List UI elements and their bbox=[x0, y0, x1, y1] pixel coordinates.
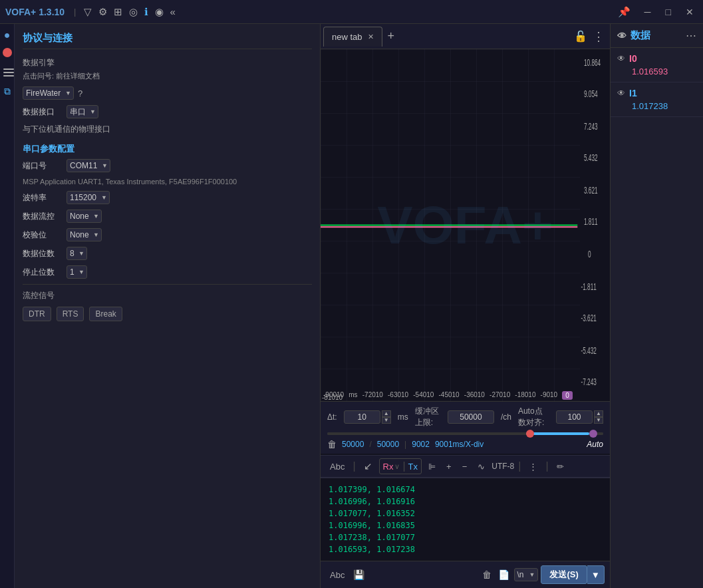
auto-down[interactable]: ▼ bbox=[594, 417, 603, 424]
window-controls: 📌 ─ □ ✕ bbox=[615, 5, 698, 19]
icon-triangle[interactable]: ▽ bbox=[84, 6, 92, 18]
newline-arrow-icon[interactable]: ▼ bbox=[527, 570, 538, 579]
help-button[interactable]: ? bbox=[78, 88, 82, 98]
newline-select-wrap[interactable]: \n ▼ bbox=[514, 568, 539, 581]
more-button[interactable]: ⋮ bbox=[525, 460, 541, 474]
stats-slash: / bbox=[369, 440, 371, 449]
right-more-button[interactable]: ⋯ bbox=[686, 29, 696, 42]
format-button[interactable]: ⊫ bbox=[424, 460, 440, 474]
slider-thumb-purple[interactable] bbox=[589, 430, 597, 438]
divider bbox=[23, 284, 312, 285]
console-line-4: 1.017238, 1.017077 bbox=[329, 531, 602, 543]
data-item-0-header: 👁 I0 bbox=[617, 53, 696, 64]
sidebar-icon-layers[interactable]: ⧉ bbox=[1, 86, 14, 97]
console-area[interactable]: 1.017399, 1.016674 1.016996, 1.016916 1.… bbox=[321, 478, 610, 561]
slider-thumb-red[interactable] bbox=[526, 430, 534, 438]
tx-label[interactable]: Tx bbox=[408, 462, 418, 472]
tab-close-button[interactable]: ✕ bbox=[368, 33, 374, 41]
icon-chevrons-left[interactable]: « bbox=[170, 6, 176, 17]
delta-t-spinners: ▲ ▼ bbox=[382, 410, 391, 424]
sidebar-icon-connect[interactable]: ● bbox=[1, 29, 14, 41]
stats-left: 50000 bbox=[342, 440, 364, 449]
input-clear-button[interactable]: 🗑 bbox=[480, 567, 493, 582]
input-file-button[interactable]: 📄 bbox=[496, 567, 511, 582]
auto-input[interactable] bbox=[556, 410, 593, 424]
tab-add-button[interactable]: + bbox=[388, 29, 395, 43]
send-button[interactable]: 发送(S) bbox=[541, 565, 587, 584]
data-interface-select[interactable]: 串口 bbox=[67, 105, 98, 118]
tab-more-icon[interactable]: ⋮ bbox=[593, 29, 605, 44]
icon-target[interactable]: ◎ bbox=[129, 6, 138, 18]
auto-input-wrap: ▲ ▼ bbox=[556, 410, 603, 424]
plus-button[interactable]: + bbox=[442, 460, 456, 474]
delta-t-down[interactable]: ▼ bbox=[382, 417, 391, 424]
sidebar: 协议与连接 数据引擎 点击问号: 前往详细文档 FireWater ? 数据接口… bbox=[15, 24, 321, 588]
tab-new-tab[interactable]: new tab ✕ bbox=[323, 27, 382, 47]
data-interface-select-wrap[interactable]: 串口 bbox=[67, 105, 98, 118]
data-engine-select[interactable]: FireWater bbox=[23, 86, 74, 100]
data-id-1: I1 bbox=[629, 88, 637, 98]
abc-button[interactable]: Abc bbox=[326, 460, 349, 474]
databits-label: 数据位数 bbox=[23, 248, 63, 259]
baud-select[interactable]: 115200 bbox=[67, 191, 110, 204]
eye-icon[interactable]: 👁 bbox=[617, 31, 627, 41]
stopbits-select[interactable]: 1 bbox=[67, 265, 87, 279]
main-layout: ● ⧉ 协议与连接 数据引擎 点击问号: 前往详细文档 FireWater ? bbox=[0, 24, 703, 588]
rx-label[interactable]: Rx bbox=[383, 462, 394, 472]
clear-button[interactable]: ✏ bbox=[553, 460, 568, 474]
delta-t-up[interactable]: ▲ bbox=[382, 410, 391, 417]
port-label: 端口号 bbox=[23, 160, 63, 172]
baud-select-wrap[interactable]: 115200 bbox=[67, 191, 110, 204]
data-interface-hint: 与下位机通信的物理接口 bbox=[23, 124, 312, 135]
delta-t-input[interactable] bbox=[344, 410, 380, 424]
icon-info[interactable]: ℹ bbox=[144, 6, 148, 18]
port-select[interactable]: COM11 bbox=[67, 159, 110, 172]
input-abc-button[interactable]: Abc bbox=[326, 568, 349, 582]
rts-button[interactable]: RTS bbox=[57, 307, 84, 321]
parity-select-wrap[interactable]: None bbox=[67, 228, 102, 241]
icon-fingerprint[interactable]: ◉ bbox=[155, 6, 164, 18]
icon-grid[interactable]: ⊞ bbox=[114, 6, 122, 18]
data-value-0: 1.016593 bbox=[617, 67, 696, 76]
auto-up[interactable]: ▲ bbox=[594, 410, 603, 417]
x-label-ms: ms bbox=[349, 391, 357, 400]
icon-wrench[interactable]: ⚙ bbox=[98, 6, 107, 18]
port-select-wrap[interactable]: COM11 bbox=[67, 159, 110, 172]
databits-select[interactable]: 8 bbox=[67, 247, 87, 260]
sidebar-icon-record[interactable] bbox=[1, 48, 14, 59]
slider-track[interactable] bbox=[327, 432, 603, 435]
close-button[interactable]: ✕ bbox=[682, 5, 698, 19]
tab-lock-icon[interactable]: 🔓 bbox=[574, 30, 587, 43]
data-engine-select-wrap[interactable]: FireWater bbox=[23, 86, 74, 100]
data-eye-0[interactable]: 👁 bbox=[617, 54, 625, 63]
x-label-zero-wrap: 0 bbox=[562, 391, 573, 400]
dtr-button[interactable]: DTR bbox=[23, 307, 51, 321]
break-button[interactable]: Break bbox=[89, 307, 122, 321]
data-eye-1[interactable]: 👁 bbox=[617, 88, 625, 98]
maximize-button[interactable]: □ bbox=[662, 5, 675, 19]
ms-label: ms bbox=[398, 412, 408, 422]
phone-icon-button[interactable]: ↙ bbox=[360, 458, 376, 474]
flow-select-wrap[interactable]: None bbox=[67, 210, 102, 223]
stopbits-label: 停止位数 bbox=[23, 267, 63, 278]
databits-select-wrap[interactable]: 8 bbox=[67, 247, 87, 260]
minimize-button[interactable]: ─ bbox=[640, 5, 655, 19]
data-item-1-header: 👁 I1 bbox=[617, 88, 696, 98]
parity-select[interactable]: None bbox=[67, 228, 102, 241]
pin-icon[interactable]: 📌 bbox=[618, 6, 631, 18]
trash-icon[interactable]: 🗑 bbox=[327, 439, 337, 450]
toolbar-row: Abc | ↙ Rx ∨ | Tx ⊫ + − ∿ UTF-8 | ⋮ | ✏ bbox=[321, 455, 610, 478]
x-label-8: -9010 bbox=[541, 391, 558, 400]
wave-button[interactable]: ∿ bbox=[474, 460, 489, 474]
minus-button[interactable]: − bbox=[458, 460, 472, 474]
x-label-zero-badge: 0 bbox=[562, 391, 573, 400]
buffer-input[interactable] bbox=[448, 410, 494, 424]
sidebar-icon-menu[interactable] bbox=[1, 66, 14, 79]
controls-row1: Δt: ▲ ▼ ms 缓冲区上限: /ch Auto点数对齐: ▲ bbox=[327, 406, 603, 428]
stopbits-select-wrap[interactable]: 1 bbox=[67, 265, 87, 279]
flow-select[interactable]: None bbox=[67, 210, 102, 223]
right-title: 👁 数据 bbox=[617, 29, 650, 42]
input-save-button[interactable]: 💾 bbox=[351, 567, 366, 582]
svg-text:-1.811: -1.811 bbox=[581, 281, 597, 292]
send-dropdown-button[interactable]: ▼ bbox=[587, 565, 605, 584]
